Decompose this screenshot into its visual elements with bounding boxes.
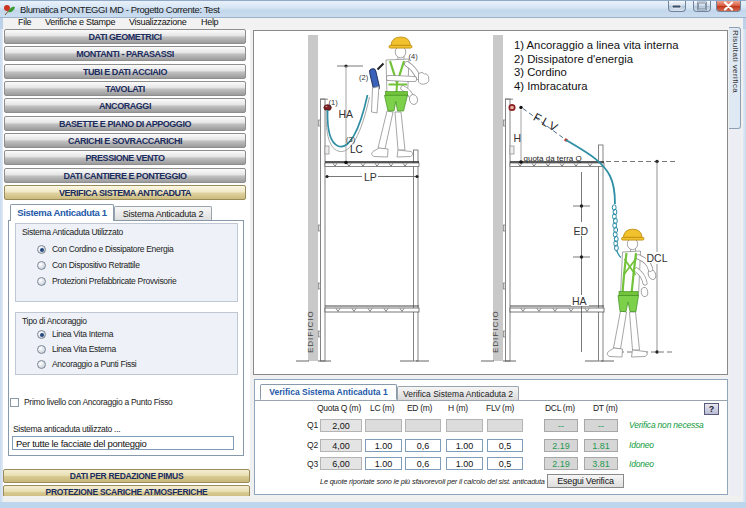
svg-text:EDIFICIO: EDIFICIO bbox=[306, 310, 315, 353]
svg-text:EDIFICIO: EDIFICIO bbox=[491, 310, 500, 353]
svg-text:H: H bbox=[514, 132, 522, 144]
svg-text:LC: LC bbox=[350, 144, 363, 155]
svg-text:2) Dissipatore d'energia: 2) Dissipatore d'energia bbox=[514, 53, 634, 65]
svg-text:HA: HA bbox=[572, 295, 587, 307]
svg-text:3) Cordino: 3) Cordino bbox=[514, 66, 567, 78]
svg-text:quota da terra Q: quota da terra Q bbox=[524, 154, 582, 163]
svg-text:HA: HA bbox=[339, 108, 354, 120]
svg-text:ED: ED bbox=[574, 225, 589, 237]
svg-text:4) Imbracatura: 4) Imbracatura bbox=[514, 80, 588, 92]
svg-text:1) Ancoraggio a linea vita int: 1) Ancoraggio a linea vita interna bbox=[514, 39, 679, 51]
svg-text:(2): (2) bbox=[359, 73, 369, 82]
svg-text:LP: LP bbox=[364, 171, 377, 183]
svg-text:(4): (4) bbox=[409, 52, 419, 61]
svg-text:DCL: DCL bbox=[647, 252, 668, 264]
svg-text:(1): (1) bbox=[329, 98, 339, 107]
svg-text:FLV: FLV bbox=[532, 111, 562, 135]
